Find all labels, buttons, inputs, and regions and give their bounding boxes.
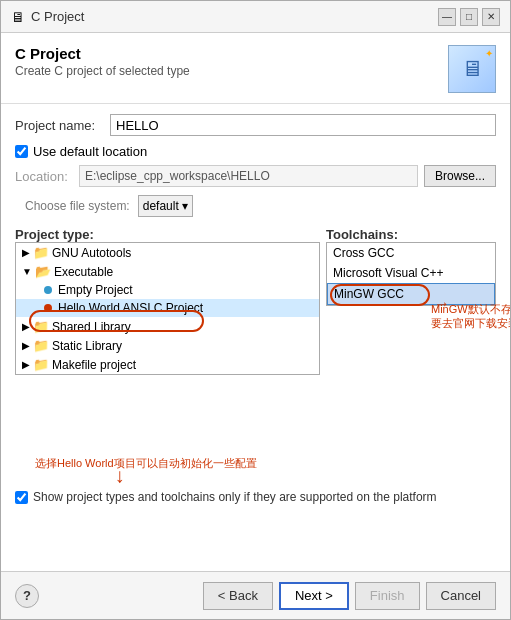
header-icon-symbol: 🖥 xyxy=(461,56,483,82)
back-button[interactable]: < Back xyxy=(203,582,273,610)
help-button[interactable]: ? xyxy=(15,584,39,608)
tree-item-makefile[interactable]: ▶ 📁 Makefile project xyxy=(16,355,319,374)
content-area: Project name: Use default location Locat… xyxy=(1,104,510,571)
tc-cross-gcc[interactable]: Cross GCC xyxy=(327,243,495,263)
filesystem-label: Choose file system: xyxy=(25,199,130,213)
bullet-icon-empty xyxy=(44,286,52,294)
filesystem-dropdown-icon: ▾ xyxy=(182,199,188,213)
folder-icon-exec: 📂 xyxy=(35,264,51,279)
tree-item-empty[interactable]: Empty Project xyxy=(16,281,319,299)
hello-world-annotation: 选择Hello World项目可以自动初始化一些配置 xyxy=(35,456,257,471)
panels-labels: Project type: Toolchains: xyxy=(15,227,496,242)
location-input[interactable] xyxy=(79,165,418,187)
title-bar-icon: 🖥 xyxy=(11,9,25,25)
next-button[interactable]: Next > xyxy=(279,582,349,610)
location-label: Location: xyxy=(15,169,73,184)
footer-buttons: < Back Next > Finish Cancel xyxy=(203,582,496,610)
folder-icon-shared: 📁 xyxy=(33,319,49,334)
chevron-right-icon-make: ▶ xyxy=(22,359,30,370)
chevron-down-icon: ▼ xyxy=(22,266,32,277)
folder-icon-static: 📁 xyxy=(33,338,49,353)
filesystem-value: default xyxy=(143,199,179,213)
project-name-row: Project name: xyxy=(15,114,496,136)
browse-button[interactable]: Browse... xyxy=(424,165,496,187)
project-name-label: Project name: xyxy=(15,118,110,133)
cancel-button[interactable]: Cancel xyxy=(426,582,496,610)
tc-mingw-label: MinGW GCC xyxy=(334,287,404,301)
header-title: C Project xyxy=(15,45,190,62)
title-bar-left: 🖥 C Project xyxy=(11,9,84,25)
tree-item-gnu-label: GNU Autotools xyxy=(52,246,131,260)
close-button[interactable]: ✕ xyxy=(482,8,500,26)
title-bar-controls: — □ ✕ xyxy=(438,8,500,26)
toolchains-label: Toolchains: xyxy=(326,227,398,242)
title-bar-title: C Project xyxy=(31,9,84,24)
tree-item-shared[interactable]: ▶ 📁 Shared Library xyxy=(16,317,319,336)
chevron-right-icon-shared: ▶ xyxy=(22,321,30,332)
toolchains-panel[interactable]: Cross GCC Microsoft Visual C++ MinGW GCC xyxy=(326,242,496,306)
location-row: Location: Browse... xyxy=(15,165,496,187)
footer-left: ? xyxy=(15,584,39,608)
tc-msvc[interactable]: Microsoft Visual C++ xyxy=(327,263,495,283)
sparkle-icon: ✦ xyxy=(485,48,493,59)
mingw-annotation: MinGW默认不存在，需要去官网下载安装。 xyxy=(431,302,510,331)
tree-item-gnu[interactable]: ▶ 📁 GNU Autotools xyxy=(16,243,319,262)
header-text: C Project Create C project of selected t… xyxy=(15,45,190,78)
tc-msvc-label: Microsoft Visual C++ xyxy=(333,266,444,280)
show-supported-label: Show project types and toolchains only i… xyxy=(33,490,437,504)
tree-item-makefile-label: Makefile project xyxy=(52,358,136,372)
bullet-icon-hello xyxy=(44,304,52,312)
folder-icon-makefile: 📁 xyxy=(33,357,49,372)
project-name-input[interactable] xyxy=(110,114,496,136)
maximize-button[interactable]: □ xyxy=(460,8,478,26)
folder-icon-gnu: 📁 xyxy=(33,245,49,260)
tree-item-hello[interactable]: Hello World ANSI C Project xyxy=(16,299,319,317)
chevron-right-icon-static: ▶ xyxy=(22,340,30,351)
show-supported-checkbox[interactable] xyxy=(15,491,28,504)
tc-cross-gcc-label: Cross GCC xyxy=(333,246,394,260)
title-bar: 🖥 C Project — □ ✕ xyxy=(1,1,510,33)
project-type-label: Project type: xyxy=(15,227,94,242)
default-location-row: Use default location xyxy=(15,144,496,159)
toolchains-panel-wrapper: Cross GCC Microsoft Visual C++ MinGW GCC… xyxy=(326,242,496,452)
tree-item-executable-label: Executable xyxy=(54,265,113,279)
project-type-panel-wrapper: ▶ 📁 GNU Autotools ▼ 📂 Executable Empty P… xyxy=(15,242,320,452)
minimize-button[interactable]: — xyxy=(438,8,456,26)
filesystem-select[interactable]: default ▾ xyxy=(138,195,193,217)
default-location-checkbox[interactable] xyxy=(15,145,28,158)
tree-item-static-label: Static Library xyxy=(52,339,122,353)
bottom-checkbox-row: Show project types and toolchains only i… xyxy=(15,490,496,504)
tree-item-hello-label: Hello World ANSI C Project xyxy=(58,301,203,315)
finish-button[interactable]: Finish xyxy=(355,582,420,610)
header-subtitle: Create C project of selected type xyxy=(15,64,190,78)
project-type-panel[interactable]: ▶ 📁 GNU Autotools ▼ 📂 Executable Empty P… xyxy=(15,242,320,375)
header-icon: 🖥 ✦ xyxy=(448,45,496,93)
tree-item-shared-label: Shared Library xyxy=(52,320,131,334)
tree-item-static[interactable]: ▶ 📁 Static Library xyxy=(16,336,319,355)
tree-item-empty-label: Empty Project xyxy=(58,283,133,297)
panels-row: ▶ 📁 GNU Autotools ▼ 📂 Executable Empty P… xyxy=(15,242,496,452)
default-location-label: Use default location xyxy=(33,144,147,159)
dialog-window: 🖥 C Project — □ ✕ C Project Create C pro… xyxy=(0,0,511,620)
header-section: C Project Create C project of selected t… xyxy=(1,33,510,104)
footer: ? < Back Next > Finish Cancel xyxy=(1,571,510,619)
annotation-area: 选择Hello World项目可以自动初始化一些配置 xyxy=(15,454,496,484)
filesystem-row: Choose file system: default ▾ xyxy=(15,195,496,217)
tree-item-executable[interactable]: ▼ 📂 Executable xyxy=(16,262,319,281)
chevron-right-icon: ▶ xyxy=(22,247,30,258)
